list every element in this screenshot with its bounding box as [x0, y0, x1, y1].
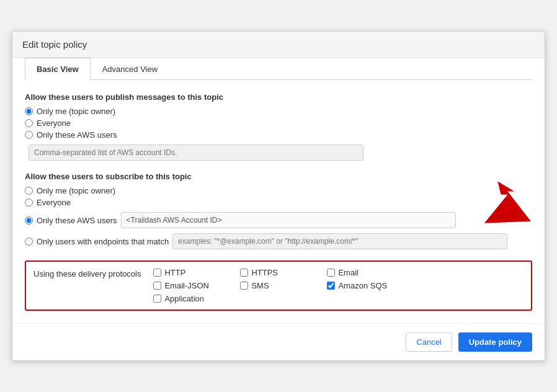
delivery-email[interactable]: Email — [327, 268, 408, 277]
subscribe-radio-aws[interactable] — [25, 216, 33, 225]
subscribe-label-endpoints: Only users with endpoints that match — [37, 237, 169, 246]
publish-label-me: Only me (topic owner) — [37, 107, 115, 116]
subscribe-label-me: Only me (topic owner) — [37, 186, 115, 195]
checkbox-amazon-sqs[interactable] — [327, 282, 335, 290]
publish-label-aws: Only these AWS users — [37, 130, 117, 140]
label-email-json: Email-JSON — [164, 281, 209, 290]
delivery-application[interactable]: Application — [153, 294, 234, 303]
publish-section-title: Allow these users to publish messages to… — [25, 92, 532, 102]
publish-radio-everyone[interactable] — [25, 119, 33, 127]
subscribe-option-everyone[interactable]: Everyone — [25, 198, 532, 207]
tab-advanced[interactable]: Advanced View — [91, 58, 169, 80]
delivery-http[interactable]: HTTP — [153, 268, 234, 277]
subscribe-label-aws: Only these AWS users — [37, 216, 117, 225]
publish-radio-group: Only me (topic owner) Everyone Only thes… — [25, 107, 532, 161]
delivery-https[interactable]: HTTPS — [240, 268, 321, 277]
subscribe-endpoints-row: Only users with endpoints that match — [25, 233, 532, 249]
label-amazon-sqs: Amazon SQS — [338, 281, 387, 290]
label-https: HTTPS — [251, 268, 278, 277]
checkbox-http[interactable] — [153, 269, 161, 277]
subscribe-aws-input[interactable] — [121, 212, 456, 228]
delivery-protocols-section: Using these delivery protocols HTTP HTTP… — [25, 261, 532, 311]
delivery-amazon-sqs[interactable]: Amazon SQS — [327, 281, 408, 290]
dialog-title: Edit topic policy — [12, 32, 545, 58]
checkbox-application[interactable] — [153, 295, 161, 303]
delivery-label: Using these delivery protocols — [33, 268, 141, 278]
subscribe-option-me[interactable]: Only me (topic owner) — [25, 186, 532, 195]
publish-label-everyone: Everyone — [37, 118, 71, 128]
subscribe-section-title: Allow these users to subscribe to this t… — [25, 172, 532, 181]
tabs-container: Basic View Advanced View — [25, 58, 532, 80]
subscribe-aws-row: Only these AWS users — [25, 210, 532, 228]
publish-section: Allow these users to publish messages to… — [25, 92, 532, 161]
publish-aws-input[interactable] — [29, 145, 363, 161]
subscribe-option-endpoints[interactable]: Only users with endpoints that match — [25, 237, 169, 246]
publish-option-aws[interactable]: Only these AWS users — [25, 130, 532, 140]
subscribe-radio-me[interactable] — [25, 187, 33, 195]
subscribe-radio-group: Only me (topic owner) Everyone Only thes… — [25, 186, 532, 249]
label-email: Email — [338, 268, 359, 277]
checkbox-sms[interactable] — [240, 282, 248, 290]
subscribe-radio-endpoints[interactable] — [25, 238, 33, 246]
delivery-checkboxes: HTTP HTTPS Email Email-JSON SMS — [153, 268, 408, 303]
cancel-button[interactable]: Cancel — [406, 332, 452, 352]
label-sms: SMS — [251, 281, 269, 290]
subscribe-section: Allow these users to subscribe to this t… — [25, 172, 532, 249]
subscribe-endpoints-input[interactable] — [172, 233, 507, 249]
delivery-sms[interactable]: SMS — [240, 281, 321, 290]
delivery-email-json[interactable]: Email-JSON — [153, 281, 234, 290]
edit-topic-policy-dialog: Edit topic policy Basic View Advanced Vi… — [12, 31, 545, 361]
subscribe-label-everyone: Everyone — [37, 198, 71, 207]
publish-aws-input-row — [25, 145, 532, 161]
subscribe-radio-everyone[interactable] — [25, 198, 33, 207]
subscribe-option-aws[interactable]: Only these AWS users — [25, 216, 117, 225]
tab-basic[interactable]: Basic View — [25, 58, 91, 80]
update-policy-button[interactable]: Update policy — [458, 332, 532, 352]
publish-radio-me[interactable] — [25, 107, 33, 115]
checkbox-https[interactable] — [240, 269, 248, 277]
dialog-footer: Cancel Update policy — [12, 323, 545, 360]
checkbox-email-json[interactable] — [153, 282, 161, 290]
label-application: Application — [164, 294, 204, 303]
publish-option-everyone[interactable]: Everyone — [25, 118, 532, 128]
publish-option-me[interactable]: Only me (topic owner) — [25, 107, 532, 116]
label-http: HTTP — [164, 268, 185, 277]
checkbox-email[interactable] — [327, 269, 335, 277]
publish-radio-aws[interactable] — [25, 131, 33, 139]
dialog-body: Basic View Advanced View Allow these use… — [12, 58, 545, 323]
